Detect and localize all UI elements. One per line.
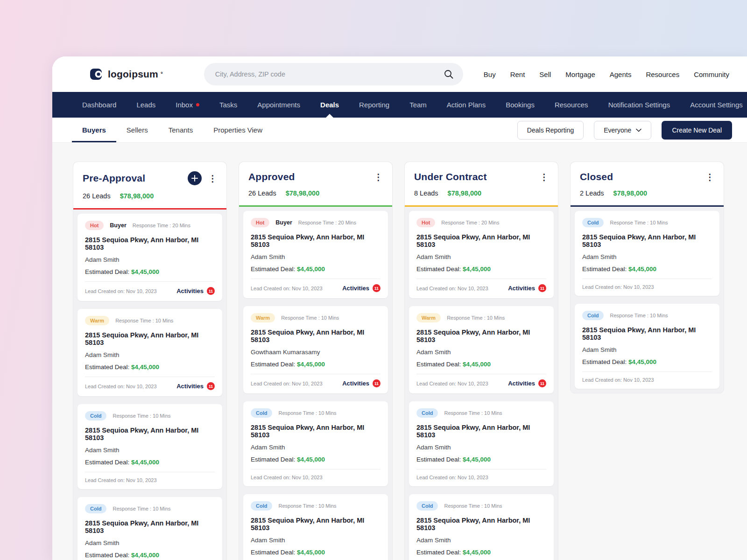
- column-lead-count: 2 Leads: [580, 189, 604, 197]
- tab-tenants[interactable]: Tenants: [158, 118, 204, 142]
- estimated-deal-label: Estimated Deal:: [582, 358, 627, 365]
- deal-card[interactable]: Hot Buyer Response Time : 20 Mins 2815 S…: [78, 214, 222, 301]
- temperature-badge: Cold: [582, 311, 604, 320]
- main-nav-resources[interactable]: Resources: [555, 92, 588, 118]
- main-nav-label: Team: [409, 101, 427, 109]
- column-menu-icon[interactable]: ⋮: [705, 173, 714, 182]
- main-nav-action-plans[interactable]: Action Plans: [447, 92, 486, 118]
- main-nav-label: Resources: [555, 101, 588, 109]
- everyone-dropdown[interactable]: Everyone: [594, 121, 651, 140]
- temperature-badge: Cold: [251, 408, 272, 418]
- activities-count-badge: 11: [207, 382, 215, 390]
- column-pre-approval: Pre-Approval ⋮ 26 Leads $78,98,000 Hot B…: [73, 161, 227, 560]
- search-input[interactable]: [204, 63, 463, 85]
- top-nav-community[interactable]: Community: [694, 70, 729, 78]
- tab-sellers[interactable]: Sellers: [116, 118, 158, 142]
- estimated-deal-label: Estimated Deal:: [251, 549, 295, 556]
- card-contact-name: Adam Smith: [251, 253, 381, 260]
- activities-label: Activities: [508, 285, 535, 292]
- main-nav-deals[interactable]: Deals: [320, 92, 339, 118]
- lead-created-date: Lead Created on: Nov 10, 2023: [85, 477, 157, 483]
- card-address: 2815 Sequioa Pkwy, Ann Harbor, MI 58103: [251, 233, 381, 248]
- column-menu-icon[interactable]: ⋮: [208, 174, 217, 183]
- card-address: 2815 Sequioa Pkwy, Ann Harbor, MI 58103: [582, 326, 712, 341]
- deal-card[interactable]: Cold Response Time : 10 Mins 2815 Sequio…: [575, 304, 719, 389]
- top-nav-rent[interactable]: Rent: [510, 70, 525, 78]
- card-address: 2815 Sequioa Pkwy, Ann Harbor, MI 58103: [251, 424, 381, 439]
- column-lead-count: 26 Leads: [248, 189, 276, 197]
- column-header: Under Contract ⋮ 8 Leads $78,98,000: [405, 162, 558, 207]
- column-lead-count: 26 Leads: [83, 192, 111, 200]
- deal-card[interactable]: Cold Response Time : 10 Mins 2815 Sequio…: [78, 497, 222, 560]
- deal-card[interactable]: Warm Response Time : 10 Mins 2815 Sequio…: [243, 306, 388, 393]
- activities-link[interactable]: Activities 11: [176, 287, 215, 295]
- top-nav-resources[interactable]: Resources: [646, 70, 679, 78]
- deal-card[interactable]: Warm Response Time : 10 Mins 2815 Sequio…: [78, 309, 222, 396]
- response-time: Response Time : 10 Mins: [113, 413, 170, 419]
- tab-buyers[interactable]: Buyers: [72, 118, 116, 142]
- lead-created-date: Lead Created on: Nov 10, 2023: [251, 286, 323, 291]
- main-nav-account-settings[interactable]: Account Settings: [690, 92, 743, 118]
- card-address: 2815 Sequioa Pkwy, Ann Harbor, MI 58103: [416, 233, 546, 248]
- chevron-down-icon: [636, 128, 641, 132]
- unread-dot: [196, 103, 199, 106]
- estimated-deal-label: Estimated Deal:: [85, 268, 129, 275]
- temperature-badge: Hot: [85, 221, 104, 230]
- top-nav-agents[interactable]: Agents: [610, 70, 632, 78]
- main-nav-appointments[interactable]: Appointments: [257, 92, 300, 118]
- main-nav-dashboard[interactable]: Dashboard: [82, 92, 116, 118]
- deal-card[interactable]: Cold Response Time : 10 Mins 2815 Sequio…: [409, 401, 554, 486]
- activities-link[interactable]: Activities 11: [342, 379, 381, 387]
- top-nav-buy[interactable]: Buy: [484, 70, 496, 78]
- search-icon[interactable]: [444, 69, 454, 79]
- column-amount: $78,98,000: [613, 189, 648, 197]
- top-nav-sell[interactable]: Sell: [539, 70, 551, 78]
- column-amount: $78,98,000: [286, 189, 320, 197]
- logo[interactable]: logoipsum °: [90, 67, 163, 81]
- main-nav-label: Action Plans: [447, 101, 486, 109]
- add-deal-button[interactable]: [188, 171, 202, 185]
- column-menu-icon[interactable]: ⋮: [374, 173, 383, 182]
- activities-label: Activities: [342, 380, 369, 387]
- card-address: 2815 Sequioa Pkwy, Ann Harbor, MI 58103: [85, 427, 215, 441]
- main-nav-reporting[interactable]: Reporting: [359, 92, 389, 118]
- main-nav-leads[interactable]: Leads: [136, 92, 155, 118]
- column-menu-icon[interactable]: ⋮: [540, 173, 549, 182]
- deal-card[interactable]: Cold Response Time : 10 Mins 2815 Sequio…: [243, 494, 388, 560]
- deals-reporting-button[interactable]: Deals Reporting: [517, 121, 584, 140]
- response-time: Response Time : 20 Mins: [298, 220, 356, 225]
- activities-link[interactable]: Activities 11: [508, 379, 546, 387]
- top-nav-mortgage[interactable]: Mortgage: [565, 70, 595, 78]
- logo-text: logoipsum: [108, 69, 158, 80]
- column-title: Under Contract: [414, 171, 487, 182]
- deal-card[interactable]: Hot Response Time : 20 Mins 2815 Sequioa…: [409, 211, 554, 298]
- activities-link[interactable]: Activities 11: [508, 284, 546, 292]
- activities-count-badge: 11: [207, 287, 215, 295]
- estimated-deal-label: Estimated Deal:: [85, 364, 129, 371]
- main-nav-team[interactable]: Team: [409, 92, 427, 118]
- main-nav-inbox[interactable]: Inbox: [176, 92, 199, 118]
- deal-card[interactable]: Hot Buyer Response Time : 20 Mins 2815 S…: [243, 211, 388, 298]
- tab-properties-view[interactable]: Properties View: [203, 118, 273, 142]
- activities-count-badge: 11: [373, 284, 381, 292]
- deal-card[interactable]: Cold Response Time : 10 Mins 2815 Sequio…: [243, 401, 388, 486]
- main-nav-tasks[interactable]: Tasks: [219, 92, 237, 118]
- deal-card[interactable]: Cold Response Time : 10 Mins 2815 Sequio…: [409, 494, 554, 560]
- search-bar: [204, 63, 463, 85]
- response-time: Response Time : 10 Mins: [278, 410, 336, 416]
- estimated-deal-value: $4,45,000: [463, 456, 491, 463]
- activities-link[interactable]: Activities 11: [176, 382, 215, 390]
- temperature-badge: Cold: [85, 504, 106, 513]
- activities-link[interactable]: Activities 11: [342, 284, 381, 292]
- estimated-deal-label: Estimated Deal:: [251, 266, 295, 273]
- deal-card[interactable]: Warm Response Time : 10 Mins 2815 Sequio…: [409, 306, 554, 393]
- main-nav-notification-settings[interactable]: Notification Settings: [608, 92, 670, 118]
- estimated-deal-value: $4,45,000: [297, 361, 325, 368]
- deal-card[interactable]: Cold Response Time : 10 Mins 2815 Sequio…: [575, 211, 719, 296]
- deal-card[interactable]: Cold Response Time : 10 Mins 2815 Sequio…: [78, 404, 222, 489]
- main-nav-bookings[interactable]: Bookings: [506, 92, 535, 118]
- create-new-deal-button[interactable]: Create New Deal: [662, 121, 732, 140]
- temperature-badge: Warm: [85, 316, 109, 325]
- estimated-deal-label: Estimated Deal:: [582, 266, 627, 273]
- estimated-deal-label: Estimated Deal:: [416, 266, 461, 273]
